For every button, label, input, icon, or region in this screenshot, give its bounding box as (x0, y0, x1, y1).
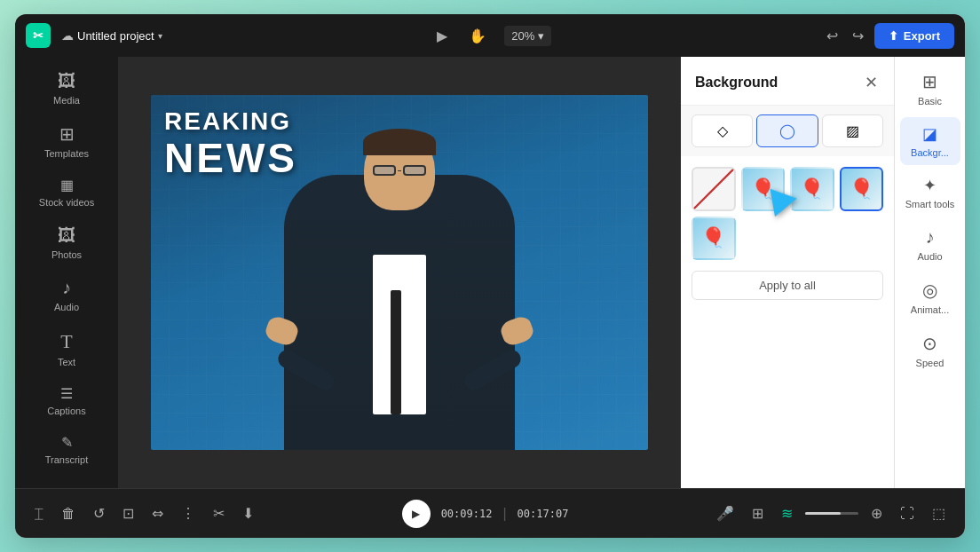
sidebar-label-transcript: Transcript (45, 454, 89, 465)
sidebar-item-stickers[interactable]: ☺ Stickers (27, 476, 107, 488)
right-tool-animation[interactable]: ◎ Animat... (900, 272, 960, 322)
sidebar-label-audio: Audio (54, 302, 79, 312)
audio-icon: ♪ (62, 278, 71, 298)
panel-close-button[interactable]: ✕ (863, 71, 880, 94)
person-figure (257, 113, 541, 450)
right-tool-audio[interactable]: ♪ Audio (900, 220, 960, 269)
background-icon: ◪ (922, 124, 937, 144)
panel-header: Background ✕ (681, 57, 894, 106)
trim-btn[interactable]: ⌶ (29, 502, 49, 525)
crop-btn[interactable]: ⊡ (117, 501, 139, 525)
cloud-icon: ☁ (61, 28, 74, 43)
mic-btn[interactable]: 🎤 (711, 501, 739, 525)
total-time: 00:17:07 (518, 508, 569, 520)
sidebar-item-transcript[interactable]: ✎ Transcript (27, 427, 107, 472)
topbar: ✂ ☁ Untitled project ▾ ▶ ✋ 20% ▾ ↩ ↪ ⬆ E… (15, 14, 965, 57)
thumbnail-balloon-2[interactable]: 🎈 (790, 167, 834, 211)
right-tool-label-speed: Speed (916, 358, 944, 368)
split-btn[interactable]: ⋮ (176, 501, 201, 525)
templates-icon: ⊞ (59, 123, 75, 145)
loop-btn[interactable]: ↺ (88, 501, 110, 525)
thumbnail-balloon-1[interactable]: 🎈 (741, 167, 786, 211)
right-sidebar: ⊞ Basic ◪ Backgr... ✦ Smart tools ♪ Audi… (894, 57, 965, 488)
right-tool-basic[interactable]: ⊞ Basic (900, 64, 960, 114)
thumbnail-none[interactable] (692, 167, 736, 211)
cut-btn[interactable]: ✂ (208, 501, 230, 525)
main-area: 🖼 Media ⊞ Templates ▦ Stock videos 🖼 Pho… (15, 57, 965, 488)
speed-icon: ⊙ (922, 333, 937, 354)
sidebar-item-photos[interactable]: 🖼 Photos (27, 218, 107, 267)
text-icon: T (60, 330, 72, 353)
sidebar-label-stock-videos: Stock videos (39, 197, 94, 208)
sidebar-item-audio[interactable]: ♪ Audio (27, 271, 107, 319)
right-tool-background[interactable]: ◪ Backgr... (900, 117, 960, 165)
cc-btn[interactable]: ⊞ (747, 501, 769, 525)
play-tool-btn[interactable]: ▶ (433, 24, 451, 48)
video-preview: REAKING NEWS (151, 95, 648, 450)
zoom-chevron: ▾ (538, 29, 544, 43)
export-clip-btn[interactable]: ⬇ (237, 501, 259, 525)
bottom-toolbar: ⌶ 🗑 ↺ ⊡ ⇔ ⋮ ✂ ⬇ ▶ 00:09:12 | 00:17:07 🎤 … (15, 488, 965, 538)
redo-button[interactable]: ↪ (849, 24, 867, 48)
thumbnail-balloon-3[interactable]: 🎈 (840, 167, 884, 211)
basic-icon: ⊞ (922, 71, 937, 92)
project-name[interactable]: Untitled project (77, 29, 154, 43)
right-tool-label-background: Backgr... (911, 147, 949, 158)
export-label: Export (904, 29, 940, 43)
transcript-icon: ✎ (61, 434, 73, 451)
tab-pattern[interactable]: ▨ (822, 114, 883, 147)
animation-icon: ◎ (922, 280, 937, 301)
thumbnail-balloon-4[interactable]: 🎈 (692, 217, 736, 261)
left-sidebar: 🖼 Media ⊞ Templates ▦ Stock videos 🖼 Pho… (15, 57, 118, 488)
captions-icon: ☰ (60, 385, 73, 402)
app-logo[interactable]: ✂ (26, 23, 51, 48)
panel-tabs: ◇ ◯ ▨ (681, 106, 894, 156)
playback-section: ▶ 00:09:12 | 00:17:07 (266, 500, 704, 528)
apply-to-all-button[interactable]: Apply to all (692, 271, 883, 300)
export-button[interactable]: ⬆ Export (874, 23, 954, 49)
stock-videos-icon: ▦ (60, 177, 74, 193)
sidebar-item-media[interactable]: 🖼 Media (27, 64, 107, 113)
sidebar-label-templates: Templates (44, 148, 89, 159)
sidebar-item-templates[interactable]: ⊞ Templates (27, 116, 107, 166)
sidebar-item-captions[interactable]: ☰ Captions (27, 378, 107, 423)
screen-btn[interactable]: ⬚ (927, 501, 951, 525)
canvas-area: REAKING NEWS (118, 57, 681, 488)
zoom-level: 20% (511, 29, 534, 43)
play-pause-button[interactable]: ▶ (402, 500, 431, 528)
photos-icon: 🖼 (58, 225, 75, 246)
sidebar-label-text: Text (58, 357, 75, 367)
zoom-control[interactable]: 20% ▾ (504, 26, 551, 46)
tab-fill[interactable]: ◇ (692, 114, 753, 147)
sidebar-item-text[interactable]: T Text (27, 323, 107, 375)
panel-content: 🎈 🎈 🎈 🎈 Apply to all (681, 156, 894, 488)
sidebar-item-stock-videos[interactable]: ▦ Stock videos (27, 170, 107, 215)
sidebar-label-captions: Captions (47, 406, 85, 416)
fullscreen-btn[interactable]: ⛶ (895, 502, 920, 525)
time-separator: | (502, 506, 506, 522)
right-tool-label-animation: Animat... (911, 304, 949, 315)
media-icon: 🖼 (58, 71, 75, 91)
add-btn[interactable]: ⊕ (865, 501, 888, 525)
right-tools: 🎤 ⊞ ≋ ⊕ ⛶ ⬚ (711, 501, 951, 525)
project-info: ☁ Untitled project ▾ (61, 28, 162, 43)
waveform-btn[interactable]: ≋ (776, 501, 798, 525)
right-tool-speed[interactable]: ⊙ Speed (900, 326, 960, 375)
app-container: ✂ ☁ Untitled project ▾ ▶ ✋ 20% ▾ ↩ ↪ ⬆ E… (15, 14, 965, 538)
topbar-center: ▶ ✋ 20% ▾ (173, 24, 812, 48)
tab-blur[interactable]: ◯ (756, 114, 818, 147)
undo-button[interactable]: ↩ (823, 24, 842, 48)
delete-btn[interactable]: 🗑 (56, 502, 81, 525)
chevron-down-icon[interactable]: ▾ (158, 31, 162, 41)
right-tool-label-basic: Basic (918, 96, 942, 106)
topbar-right: ↩ ↪ ⬆ Export (823, 23, 954, 49)
glasses (368, 164, 431, 177)
volume-slider[interactable] (805, 512, 858, 515)
background-panel: Background ✕ ◇ ◯ ▨ 🎈 (681, 57, 894, 488)
right-tool-label-audio: Audio (917, 251, 942, 262)
hand-tool-btn[interactable]: ✋ (465, 24, 490, 48)
sidebar-label-photos: Photos (51, 249, 82, 260)
flip-btn[interactable]: ⇔ (146, 501, 169, 525)
volume-fill (805, 512, 841, 515)
right-tool-smart-tools[interactable]: ✦ Smart tools (900, 169, 960, 217)
